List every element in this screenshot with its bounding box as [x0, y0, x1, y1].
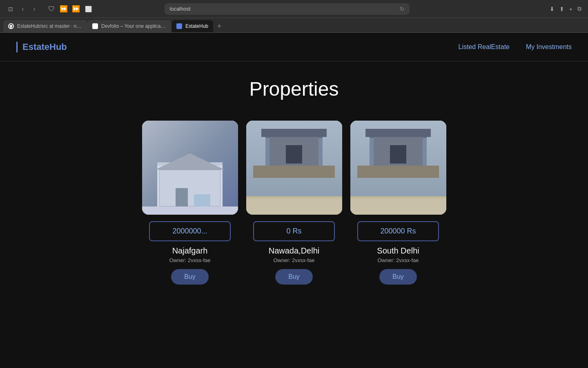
property-photo-3 — [350, 121, 446, 215]
main-content: Properties — [0, 61, 588, 301]
share-icon[interactable]: ⬆ — [559, 6, 564, 12]
property-info-nawada: 0 Rs Nawada,Delhi Owner: 2vxsx-fae Buy — [246, 215, 342, 285]
github-favicon — [8, 23, 14, 29]
forward-button[interactable]: › — [29, 4, 39, 14]
property-card-najafgarh — [142, 121, 238, 215]
navbar-links: Listed RealEstate My Investments — [459, 43, 572, 51]
address-bar[interactable]: localhost ↻ — [165, 3, 410, 15]
property-info-south-delhi: 200000 Rs South Delhi Owner: 2vxsx-fae B… — [350, 215, 446, 285]
property-photo-1 — [142, 121, 238, 215]
reload-icon[interactable]: ↻ — [400, 6, 405, 12]
estatehub-favicon — [176, 23, 182, 29]
tab-devfolio-label: Devfolio – Your one application to the b… — [101, 23, 167, 29]
property-info-najafgarh: 2000000... Najafgarh Owner: 2vxsx-fae Bu… — [142, 215, 238, 285]
property-image-south-delhi — [350, 121, 446, 215]
browser-chrome: ⊡ ‹ › 🛡 ⏩ ⏩ ⬜ localhost ↻ ⬇ ⬆ + ⧉ — [0, 0, 588, 18]
owner-nawada: Owner: 2vxsx-fae — [273, 257, 314, 263]
buy-button-south-delhi[interactable]: Buy — [379, 269, 417, 285]
location-najafgarh: Najafgarh — [172, 246, 208, 256]
property-image-nawada — [246, 121, 342, 215]
page-title: Properties — [249, 78, 339, 100]
tab-bar: EstateHub/src at master · nikhilchopra08… — [0, 18, 588, 33]
new-tab-button[interactable]: + — [213, 20, 225, 32]
price-badge-south-delhi: 200000 Rs — [357, 221, 439, 241]
sidebar-toggle-icon[interactable]: ⊡ — [7, 5, 15, 13]
price-badge-najafgarh: 2000000... — [149, 221, 231, 241]
location-south-delhi: South Delhi — [377, 246, 419, 256]
property-card-south-delhi — [350, 121, 446, 215]
listed-realestate-link[interactable]: Listed RealEstate — [459, 43, 510, 51]
browser-controls: ⊡ ‹ › — [7, 4, 39, 14]
download-icon[interactable]: ⬇ — [550, 6, 555, 12]
below-cards: 2000000... Najafgarh Owner: 2vxsx-fae Bu… — [142, 215, 446, 285]
price-badge-nawada: 0 Rs — [253, 221, 335, 241]
brand-logo[interactable]: EstateHub — [16, 42, 67, 52]
screen-icon: ⬜ — [84, 5, 92, 13]
owner-south-delhi: Owner: 2vxsx-fae — [377, 257, 419, 263]
new-tab-icon[interactable]: + — [569, 6, 572, 12]
split-view-icon[interactable]: ⧉ — [577, 5, 581, 12]
buy-button-nawada[interactable]: Buy — [275, 269, 313, 285]
tab-estatehub[interactable]: EstateHub — [172, 20, 213, 32]
tab-github-label: EstateHub/src at master · nikhilchopra08… — [17, 23, 82, 29]
property-photo-2 — [246, 121, 342, 215]
property-card-nawada — [246, 121, 342, 215]
url-text: localhost — [169, 6, 190, 12]
back-button[interactable]: ‹ — [18, 4, 28, 14]
property-cards-container — [142, 121, 446, 215]
sync-icon: ⏩ — [72, 5, 80, 13]
my-investments-link[interactable]: My Investments — [526, 43, 572, 51]
location-nawada: Nawada,Delhi — [269, 246, 320, 256]
extensions-icon: ⏩ — [60, 5, 68, 13]
buy-button-najafgarh[interactable]: Buy — [171, 269, 209, 285]
tab-devfolio[interactable]: Devfolio – Your one application to the b… — [87, 20, 172, 32]
owner-najafgarh: Owner: 2vxsx-fae — [169, 257, 210, 263]
privacy-icon: 🛡 — [47, 5, 56, 13]
navbar: EstateHub Listed RealEstate My Investmen… — [0, 33, 588, 61]
property-image-najafgarh — [142, 121, 238, 215]
app-wrapper: EstateHub Listed RealEstate My Investmen… — [0, 33, 588, 368]
browser-actions: ⬇ ⬆ + ⧉ — [550, 5, 581, 12]
devfolio-favicon — [92, 23, 98, 29]
nav-arrows: ‹ › — [18, 4, 39, 14]
tab-github[interactable]: EstateHub/src at master · nikhilchopra08… — [3, 20, 87, 32]
tab-estatehub-label: EstateHub — [185, 23, 208, 29]
